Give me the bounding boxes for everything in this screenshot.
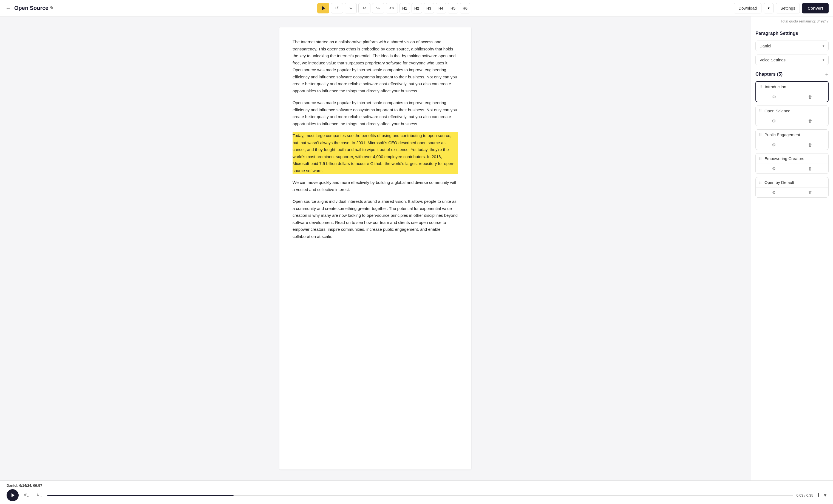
paragraph-5: Open source aligns individual interests … <box>292 198 458 240</box>
edit-title-icon[interactable]: ✎ <box>50 5 53 11</box>
player-bar: Daniel, 6/14/24, 09:57 ↺10 ↻10 0:03 / 0:… <box>0 480 833 504</box>
paragraph-3-highlighted: Today, most large companies see the bene… <box>292 132 458 174</box>
chapter-open-science-delete-button[interactable]: 🗑 <box>792 116 828 126</box>
undo-icon: ↩ <box>362 5 366 11</box>
voice-settings-chevron-icon: ▾ <box>823 58 825 62</box>
sidebar: Total quota remaining: 349247 Paragraph … <box>751 17 833 480</box>
h3-button[interactable]: H3 <box>424 3 434 14</box>
title-text: Open Source <box>14 5 48 11</box>
download-button[interactable]: Download <box>734 3 761 14</box>
download-caret-button[interactable]: ▾ <box>764 3 774 14</box>
code-icon: <> <box>389 6 395 11</box>
toolbar-left: ← Open Source ✎ <box>4 4 53 12</box>
play-icon <box>322 6 325 10</box>
settings-button[interactable]: Settings <box>776 3 800 14</box>
toolbar: ← Open Source ✎ ↺ » ↩ ↪ <> H1 H2 H3 H4 H… <box>0 0 833 17</box>
add-chapter-button[interactable]: + <box>825 71 829 78</box>
paragraph-settings-title: Paragraph Settings <box>755 31 829 36</box>
gear-icon: ⚙ <box>772 94 776 100</box>
chapter-open-science-name: Open Science <box>764 108 790 113</box>
chapter-introduction-delete-button[interactable]: 🗑 <box>792 92 828 102</box>
gear-icon: ⚙ <box>772 142 776 147</box>
rewind-icon: ↺10 <box>24 493 29 498</box>
code-button[interactable]: <> <box>386 3 398 14</box>
quota-bar: Total quota remaining: 349247 <box>751 17 833 26</box>
skip-forward-button[interactable]: » <box>345 3 357 14</box>
chapter-item-public-engagement: ⠿ Public Engagement ⚙ 🗑 <box>755 129 829 150</box>
trash-icon: 🗑 <box>808 166 812 171</box>
progress-fill <box>47 495 234 496</box>
player-expand-button[interactable]: ▾ <box>824 492 827 498</box>
redo-button[interactable]: ↪ <box>372 3 384 14</box>
paragraph-2: Open source was made popular by internet… <box>292 99 458 127</box>
player-controls: ↺10 ↻10 0:03 / 0:35 ⬇ ▾ <box>6 489 827 501</box>
trash-icon: 🗑 <box>808 119 812 124</box>
h6-button[interactable]: H6 <box>460 3 470 14</box>
drag-handle-icon[interactable]: ⠿ <box>759 85 762 89</box>
expand-icon: ▾ <box>824 493 827 498</box>
chapter-open-by-default-actions: ⚙ 🗑 <box>756 187 828 197</box>
chapter-public-engagement-delete-button[interactable]: 🗑 <box>792 140 828 150</box>
toolbar-center: ↺ » ↩ ↪ <> H1 H2 H3 H4 H5 H6 <box>317 3 470 14</box>
chapter-item-empowering-creators: ⠿ Empowering Creators ⚙ 🗑 <box>755 153 829 174</box>
play-button[interactable] <box>317 3 329 14</box>
chapter-introduction-actions: ⚙ 🗑 <box>756 92 828 102</box>
drag-handle-icon[interactable]: ⠿ <box>759 109 762 113</box>
document-title: Open Source ✎ <box>14 5 53 11</box>
gear-icon: ⚙ <box>772 190 776 195</box>
drag-handle-icon[interactable]: ⠿ <box>759 133 762 137</box>
player-fast-forward-button[interactable]: ↻10 <box>34 490 44 500</box>
h2-button[interactable]: H2 <box>411 3 422 14</box>
total-time: 0:35 <box>806 493 813 498</box>
drag-handle-icon[interactable]: ⠿ <box>759 180 762 185</box>
chapter-public-engagement-settings-button[interactable]: ⚙ <box>756 140 792 150</box>
paragraph-1: The Internet started as a collaborative … <box>292 39 458 94</box>
drag-handle-icon[interactable]: ⠿ <box>759 156 762 161</box>
h1-button[interactable]: H1 <box>400 3 410 14</box>
chapter-empowering-creators-actions: ⚙ 🗑 <box>756 163 828 174</box>
progress-track[interactable] <box>47 495 793 496</box>
refresh-icon: ↺ <box>335 5 339 11</box>
chapter-empowering-creators-row: ⠿ Empowering Creators <box>756 153 828 163</box>
voice-dropdown[interactable]: Daniel ▾ <box>755 41 829 51</box>
redo-icon: ↪ <box>376 5 380 11</box>
chapter-item-introduction: ⠿ Introduction ⚙ 🗑 <box>755 81 829 102</box>
trash-icon: 🗑 <box>808 190 812 195</box>
player-download-button[interactable]: ⬇ <box>816 492 821 498</box>
sidebar-inner: Paragraph Settings Daniel ▾ Voice Settin… <box>751 26 833 202</box>
chapter-open-by-default-row: ⠿ Open by Default <box>756 177 828 187</box>
chapter-public-engagement-row: ⠿ Public Engagement <box>756 130 828 140</box>
h5-button[interactable]: H5 <box>448 3 458 14</box>
chapter-open-science-row: ⠿ Open Science <box>756 106 828 116</box>
current-time: 0:03 <box>796 493 803 498</box>
undo-button[interactable]: ↩ <box>358 3 371 14</box>
voice-name: Daniel <box>760 44 771 48</box>
player-play-button[interactable] <box>6 489 19 501</box>
trash-icon: 🗑 <box>808 143 812 147</box>
voice-chevron-icon: ▾ <box>823 44 825 48</box>
editor-area[interactable]: The Internet started as a collaborative … <box>0 17 751 480</box>
chapter-item-open-by-default: ⠿ Open by Default ⚙ 🗑 <box>755 177 829 198</box>
chapter-introduction-settings-button[interactable]: ⚙ <box>756 92 792 102</box>
chapter-public-engagement-actions: ⚙ 🗑 <box>756 140 828 150</box>
toolbar-right: Download ▾ Settings Convert <box>734 3 829 14</box>
chapters-header: Chapters (5) + <box>755 71 829 78</box>
refresh-button[interactable]: ↺ <box>331 3 343 14</box>
h4-button[interactable]: H4 <box>436 3 446 14</box>
chapter-open-by-default-settings-button[interactable]: ⚙ <box>756 188 792 197</box>
gear-icon: ⚙ <box>772 118 776 124</box>
player-rewind-button[interactable]: ↺10 <box>22 490 31 500</box>
chapter-empowering-creators-delete-button[interactable]: 🗑 <box>792 164 828 174</box>
voice-settings-dropdown[interactable]: Voice Settings ▾ <box>755 54 829 65</box>
document-page: The Internet started as a collaborative … <box>279 27 471 470</box>
chapter-empowering-creators-settings-button[interactable]: ⚙ <box>756 164 792 174</box>
main-content: The Internet started as a collaborative … <box>0 17 833 480</box>
fast-forward-icon: ↻10 <box>37 493 42 498</box>
chapter-introduction-name: Introduction <box>765 84 786 89</box>
trash-icon: 🗑 <box>808 95 812 100</box>
convert-button[interactable]: Convert <box>802 3 829 14</box>
chapter-open-science-settings-button[interactable]: ⚙ <box>756 116 792 126</box>
chapter-open-science-actions: ⚙ 🗑 <box>756 116 828 126</box>
chapter-open-by-default-delete-button[interactable]: 🗑 <box>792 188 828 197</box>
back-button[interactable]: ← <box>4 4 12 12</box>
